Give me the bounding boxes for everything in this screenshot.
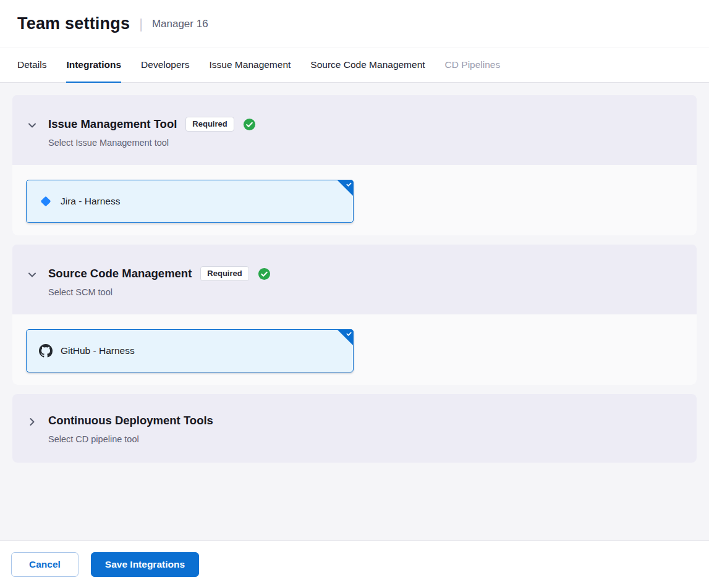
- tool-card-jira-harness[interactable]: Jira - Harness: [26, 180, 354, 223]
- tool-card-label: GitHub - Harness: [61, 345, 135, 356]
- tab-developers[interactable]: Developers: [141, 48, 189, 83]
- section-source-code-management: Source Code Management Required Select S…: [12, 245, 697, 385]
- chevron-down-icon: [26, 269, 38, 281]
- section-subtitle: Select CD pipeline tool: [48, 434, 213, 444]
- tab-source-code-management[interactable]: Source Code Management: [310, 48, 425, 83]
- success-check-icon: [258, 267, 271, 280]
- section-issue-management-tool: Issue Management Tool Required Select Is…: [12, 95, 697, 235]
- section-scm-header[interactable]: Source Code Management Required Select S…: [12, 245, 697, 314]
- section-title: Source Code Management: [48, 267, 192, 280]
- section-title-row: Continuous Deployment Tools: [48, 413, 213, 429]
- page-header: Team settings | Manager 16: [0, 0, 709, 48]
- selected-check-icon: [337, 180, 354, 196]
- section-title-row: Issue Management Tool Required: [48, 116, 256, 132]
- team-name-label: Manager 16: [152, 18, 208, 30]
- chevron-right-icon: [26, 416, 38, 428]
- selected-check-icon: [337, 329, 354, 346]
- section-header-text: Issue Management Tool Required Select Is…: [48, 116, 256, 148]
- section-header-text: Source Code Management Required Select S…: [48, 266, 271, 297]
- section-subtitle: Select SCM tool: [48, 287, 271, 297]
- section-header-text: Continuous Deployment Tools Select CD pi…: [48, 413, 213, 444]
- page-title: Team settings: [17, 14, 130, 33]
- tab-details[interactable]: Details: [17, 48, 46, 83]
- tab-cd-pipelines: CD Pipelines: [445, 48, 501, 83]
- section-title-row: Source Code Management Required: [48, 266, 271, 282]
- action-footer: Cancel Save Integrations: [0, 540, 709, 588]
- required-badge: Required: [185, 117, 234, 132]
- success-check-icon: [243, 118, 256, 131]
- title-divider: |: [139, 16, 143, 32]
- cancel-button[interactable]: Cancel: [11, 552, 79, 577]
- section-title: Continuous Deployment Tools: [48, 414, 213, 427]
- github-logo-icon: [39, 344, 53, 358]
- tab-integrations[interactable]: Integrations: [66, 48, 121, 83]
- integrations-panel: Issue Management Tool Required Select Is…: [0, 83, 709, 540]
- tab-issue-management[interactable]: Issue Management: [210, 48, 291, 83]
- section-title: Issue Management Tool: [48, 117, 177, 131]
- tool-card-github-harness[interactable]: GitHub - Harness: [26, 329, 354, 372]
- required-badge: Required: [200, 266, 248, 281]
- section-issue-management-header[interactable]: Issue Management Tool Required Select Is…: [12, 95, 697, 165]
- section-scm-body: GitHub - Harness: [12, 314, 697, 385]
- save-integrations-button[interactable]: Save Integrations: [91, 552, 199, 577]
- jira-logo-icon: [39, 195, 53, 208]
- section-issue-management-body: Jira - Harness: [12, 165, 697, 235]
- team-settings-page: Team settings | Manager 16 Details Integ…: [0, 0, 709, 588]
- tool-card-label: Jira - Harness: [61, 196, 120, 207]
- section-continuous-deployment: Continuous Deployment Tools Select CD pi…: [12, 394, 697, 463]
- section-cd-header[interactable]: Continuous Deployment Tools Select CD pi…: [12, 394, 697, 463]
- chevron-down-icon: [26, 119, 38, 132]
- section-subtitle: Select Issue Management tool: [48, 138, 256, 148]
- settings-tab-bar: Details Integrations Developers Issue Ma…: [0, 48, 709, 83]
